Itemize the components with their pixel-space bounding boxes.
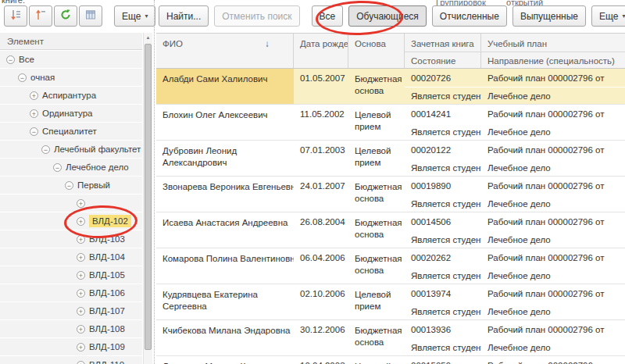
tree-item-vse[interactable]: −Все <box>0 51 142 69</box>
tree-more-button[interactable]: Еще ▾ <box>114 5 155 27</box>
refresh-icon <box>59 9 72 23</box>
cancel-search-button[interactable]: Отменить поиск <box>214 5 299 27</box>
tree-item-vld-103[interactable]: +ВЛД-103 <box>0 230 142 248</box>
table-row[interactable]: Кчибекова Милана Эндаровна 30.12.2006 Бю… <box>156 320 625 356</box>
tree-item-ordinatura[interactable]: +Ординатура <box>0 105 142 123</box>
column-header-birthdate[interactable]: Дата рождения <box>294 34 348 68</box>
refresh-button[interactable] <box>54 5 77 27</box>
tree-item-pervy[interactable]: −Первый <box>0 177 142 194</box>
students-list-screen: книге: Группировок открытий Еще ▾ <box>0 0 625 364</box>
table-header-row: ФИО ↓ Дата рождения Основа Зачетная книг… <box>156 33 625 69</box>
collapse-icon[interactable]: − <box>6 55 15 64</box>
gradebook-header-label: Зачетная книга <box>405 34 480 52</box>
table-row[interactable]: Дубровин Леонид Александрович 07.01.2003… <box>156 141 625 177</box>
filter-students-label: Обучающиеся <box>356 11 419 22</box>
tree-item-lechebnoe-delo[interactable]: −Лечебное дело <box>0 159 142 177</box>
table-more-button[interactable]: Еще ▾ <box>591 5 625 27</box>
expand-icon[interactable]: + <box>77 289 85 298</box>
tree-item-ochnaya[interactable]: −очная <box>0 69 142 87</box>
table-columns-icon <box>84 9 97 23</box>
expand-icon[interactable]: + <box>77 307 85 316</box>
tree-item-vld-102[interactable]: +ВЛД-102 <box>0 212 142 230</box>
move-up-level-button[interactable] <box>29 5 52 27</box>
table-row[interactable]: Комарова Полина Валентиновна 06.04.2006 … <box>156 248 625 284</box>
expand-icon[interactable]: + <box>77 199 85 208</box>
tree-column-header[interactable]: Элемент <box>0 33 142 50</box>
expand-icon[interactable]: + <box>77 361 85 364</box>
move-down-level-button[interactable] <box>4 5 27 27</box>
collapse-icon[interactable]: − <box>41 145 50 154</box>
chevron-down-icon: ▾ <box>145 12 148 20</box>
filter-expelled-label: Отчисленные <box>440 11 499 22</box>
tree-item-vld-108[interactable]: +ВЛД-108 <box>0 320 142 338</box>
arrow-up-bar-icon <box>34 9 47 23</box>
table-more-label: Еще <box>599 11 618 22</box>
collapse-icon[interactable]: − <box>30 127 38 136</box>
tree-item-vld-105[interactable]: +ВЛД-105 <box>0 266 142 284</box>
find-button[interactable]: Найти... <box>159 5 209 27</box>
chevron-down-icon: ▾ <box>622 12 625 20</box>
tree-item-specialitet[interactable]: −Специалитет <box>0 123 142 141</box>
expand-icon[interactable]: + <box>77 271 85 280</box>
table-row[interactable]: Звонарева Вероника Евгеньевна 24.01.2007… <box>156 177 625 212</box>
tree-item-aspirantura[interactable]: +Аспирантура <box>0 87 142 105</box>
expand-icon[interactable]: + <box>30 109 38 118</box>
cancel-search-label: Отменить поиск <box>222 11 291 22</box>
scrollbar-thumb[interactable] <box>145 44 152 350</box>
column-header-fio[interactable]: ФИО ↓ <box>156 34 294 68</box>
column-header-gradebook[interactable]: Зачетная книга Состояние <box>405 34 481 68</box>
spec-header-label: Направление (специальность) <box>481 52 625 66</box>
columns-settings-button[interactable] <box>79 5 102 27</box>
filter-all-button[interactable]: Все <box>312 5 344 27</box>
arrow-down-list-icon <box>9 9 22 23</box>
tree-more-label: Еще <box>122 11 141 22</box>
expand-icon[interactable]: + <box>77 343 85 352</box>
table-row[interactable]: Кудрявцева Екатерина Сергеевна 02.10.200… <box>156 284 625 320</box>
collapse-icon[interactable]: − <box>18 73 27 82</box>
tree-item-vld-106[interactable]: +ВЛД-106 <box>0 284 142 302</box>
collapse-icon[interactable]: − <box>53 163 62 172</box>
find-label: Найти... <box>166 11 201 22</box>
students-table: ФИО ↓ Дата рождения Основа Зачетная книг… <box>156 33 625 364</box>
table-row[interactable]: Исаева Анастасия Андреевна 26.08.2004 Бю… <box>156 212 625 248</box>
tree-item-vld-109[interactable]: +ВЛД-109 <box>0 338 142 356</box>
tree-item-blank[interactable]: + <box>0 194 142 212</box>
plan-header-label: Учебный план <box>481 34 625 52</box>
filter-all-label: Все <box>320 11 336 22</box>
collapse-icon[interactable]: − <box>65 181 73 190</box>
expand-icon[interactable]: + <box>77 235 85 244</box>
expand-icon[interactable]: + <box>77 217 85 226</box>
groups-tree-pane: Элемент −Все −очная +Аспирантура +Ордина… <box>0 33 154 364</box>
tree-scrollbar[interactable]: ▲ <box>143 33 152 364</box>
tree-toolbar: Еще ▾ <box>0 0 154 33</box>
filter-graduated-label: Выпущенные <box>520 11 578 22</box>
filter-expelled-button[interactable]: Отчисленные <box>432 5 507 27</box>
pane-splitter[interactable] <box>154 0 155 364</box>
tree-item-lechebny-fakultet[interactable]: −Лечебный факультет <box>0 141 142 159</box>
table-row[interactable]: Блохин Олег Алексеевич 11.05.2002 Целево… <box>156 105 625 141</box>
table-row-selected[interactable]: Алабди Сами Халилович 01.05.2007 Бюджетн… <box>156 69 625 105</box>
column-header-plan[interactable]: Учебный план Направление (специальность) <box>481 34 625 68</box>
fio-header-label: ФИО <box>162 39 183 68</box>
scroll-up-icon[interactable]: ▲ <box>144 33 152 43</box>
column-header-basis[interactable]: Основа <box>348 34 405 68</box>
expand-icon[interactable]: + <box>77 325 85 334</box>
table-toolbar: Найти... Отменить поиск Все Обучающиеся … <box>159 5 622 27</box>
tree-item-vld-110[interactable]: +ВЛД-110 <box>0 356 142 364</box>
filter-students-button[interactable]: Обучающиеся <box>348 5 427 27</box>
tree-items: −Все −очная +Аспирантура +Ординатура −Сп… <box>0 51 142 364</box>
selected-tree-label: ВЛД-102 <box>89 215 131 227</box>
tree-item-vld-104[interactable]: +ВЛД-104 <box>0 248 142 266</box>
tree-item-vld-107[interactable]: +ВЛД-107 <box>0 302 142 320</box>
status-header-label: Состояние <box>405 52 480 66</box>
expand-icon[interactable]: + <box>30 91 38 100</box>
filter-graduated-button[interactable]: Выпущенные <box>512 5 586 27</box>
sort-descending-icon: ↓ <box>265 39 270 68</box>
expand-icon[interactable]: + <box>77 253 85 262</box>
table-row-partial[interactable]: Лачинова Мадина Кызы 10.04.2003 Целевой … <box>156 356 625 364</box>
